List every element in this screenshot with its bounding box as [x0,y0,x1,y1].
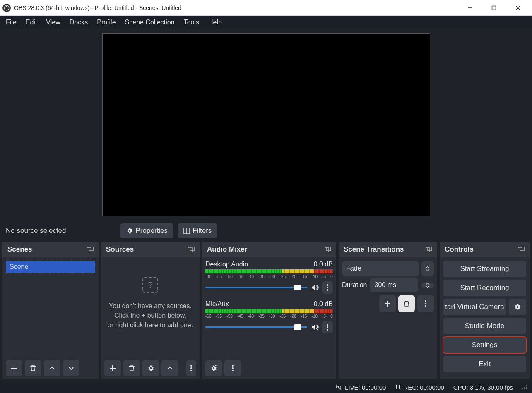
sources-title: Sources [106,245,134,254]
mixer-menu-button[interactable] [224,360,241,376]
status-cpu: CPU: 3.1%, 30.00 fps [453,384,513,391]
sources-menu-button[interactable] [186,360,196,376]
svg-point-28 [232,367,234,369]
menu-bar: File Edit View Docks Profile Scene Colle… [0,16,532,29]
svg-point-36 [425,305,426,307]
exit-button[interactable]: Exit [443,356,526,372]
svg-point-44 [524,388,525,389]
popout-icon[interactable] [188,247,195,252]
svg-rect-42 [399,385,400,389]
svg-point-26 [327,329,328,331]
move-source-up-button[interactable] [161,360,178,376]
source-properties-button[interactable] [142,360,159,376]
channel-menu-button[interactable] [322,281,333,294]
sources-empty-text: You don't have any sources. Click the + … [104,301,196,330]
svg-point-22 [327,287,328,288]
mixer-channel-db: 0.0 dB [314,300,333,308]
window-titlebar: OBS 28.0.3 (64-bit, windows) - Profile: … [0,0,532,16]
status-rec: REC: 00:00:00 [395,384,444,391]
menu-view[interactable]: View [46,19,60,26]
svg-point-18 [190,370,192,371]
duration-spin[interactable] [421,283,434,288]
status-live: LIVE: 00:00:00 [335,383,386,391]
audio-meter [205,269,333,273]
transition-select[interactable]: Fade [342,261,419,276]
remove-transition-button[interactable] [398,295,415,312]
move-scene-up-button[interactable] [44,360,60,376]
advanced-audio-button[interactable] [205,360,222,376]
move-scene-down-button[interactable] [63,360,79,376]
window-title: OBS 28.0.3 (64-bit, windows) - Profile: … [14,5,462,11]
studio-mode-button[interactable]: Studio Mode [443,318,526,334]
svg-point-35 [425,303,426,304]
svg-point-43 [526,388,527,389]
menu-edit[interactable]: Edit [26,19,37,26]
menu-docks[interactable]: Docks [70,19,88,26]
menu-file[interactable]: File [6,19,17,26]
filters-button[interactable]: Filters [178,223,217,238]
svg-point-24 [327,324,328,326]
audio-meter [205,309,333,313]
controls-panel: Controls Start Streaming Start Recording… [440,242,530,379]
virtual-camera-button[interactable]: tart Virtual Camera [443,299,506,315]
broadcast-icon [335,383,342,391]
popout-icon[interactable] [325,247,331,252]
transition-menu-button[interactable] [417,295,434,312]
virtual-camera-settings-button[interactable] [509,299,526,315]
mixer-channel-name: Desktop Audio [205,261,248,268]
scenes-panel: Scenes Scene [2,242,99,379]
popout-icon[interactable] [426,247,432,252]
mixer-title: Audio Mixer [207,245,247,254]
start-recording-button[interactable]: Start Recording [443,280,526,296]
duration-input[interactable]: 300 ms [370,278,418,292]
volume-slider[interactable] [205,287,307,288]
resize-grip-icon[interactable] [522,385,527,390]
add-transition-button[interactable] [379,295,396,312]
start-streaming-button[interactable]: Start Streaming [443,261,526,277]
filters-icon [183,228,190,234]
scenes-title: Scenes [7,245,32,254]
properties-button[interactable]: Properties [120,223,173,238]
window-minimize-button[interactable] [462,2,478,14]
menu-scene-collection[interactable]: Scene Collection [125,19,175,26]
mixer-ticks: -60-55-50-45-40-35-30-25-20-15-10-50 [205,314,333,319]
add-scene-button[interactable] [6,360,22,376]
settings-button[interactable]: Settings [443,337,526,353]
properties-label: Properties [136,227,168,235]
gear-icon [126,227,133,235]
audio-mixer-panel: Audio Mixer Desktop Audio 0.0 dB -60-55-… [202,242,336,379]
pause-icon [395,384,401,390]
menu-profile[interactable]: Profile [97,19,116,26]
preview-area [0,29,532,220]
source-info-bar: No source selected Properties Filters [0,220,532,242]
transition-selected: Fade [346,265,361,272]
mixer-channel-db: 0.0 dB [314,261,333,268]
popout-icon[interactable] [87,247,94,252]
popout-icon[interactable] [518,247,525,252]
sources-panel: Sources ? You don't have any sources. Cl… [101,242,200,379]
menu-help[interactable]: Help [208,19,222,26]
svg-point-48 [526,385,527,386]
menu-tools[interactable]: Tools [184,19,199,26]
remove-scene-button[interactable] [25,360,41,376]
scene-item[interactable]: Scene [6,261,95,273]
remove-source-button[interactable] [123,360,140,376]
volume-slider[interactable] [205,326,307,328]
channel-menu-button[interactable] [322,321,333,333]
question-icon: ? [142,277,158,293]
scene-item-label: Scene [10,263,28,270]
svg-point-16 [190,365,192,367]
speaker-icon[interactable] [311,324,319,331]
preview-canvas[interactable] [102,33,430,216]
add-source-button[interactable] [104,360,121,376]
transition-spin[interactable] [421,261,434,276]
controls-title: Controls [445,245,474,254]
svg-point-23 [327,289,328,291]
speaker-icon[interactable] [311,284,319,291]
svg-point-27 [232,365,234,367]
window-maximize-button[interactable] [486,2,502,14]
window-close-button[interactable] [510,2,526,14]
mixer-ticks: -60-55-50-45-40-35-30-25-20-15-10-50 [205,274,333,279]
duration-label: Duration [342,281,367,289]
mixer-channel-name: Mic/Aux [205,300,229,308]
